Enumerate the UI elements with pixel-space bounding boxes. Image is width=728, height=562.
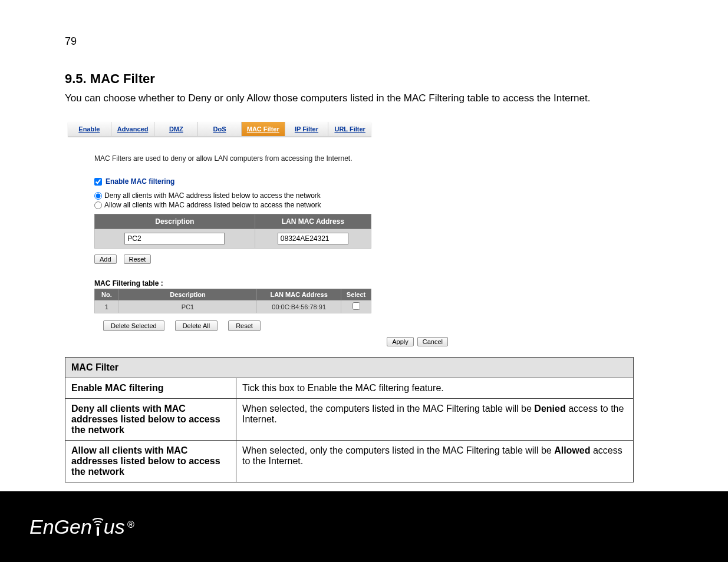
explain-r1-desc: Tick this box to Enable the MAC filterin… [236,378,634,399]
filter-cell-description: PC1 [118,300,257,313]
filter-header-select: Select [341,289,371,300]
cancel-button[interactable]: Cancel [417,337,448,346]
tab-mac-filter[interactable]: MAC Filter [242,122,285,136]
tab-bar: Enable Advanced DMZ DoS MAC Filter IP Fi… [68,122,371,137]
mac-filtering-table: No. Description LAN MAC Address Select 1… [94,289,371,313]
ui-description: MAC Filters are used to deny or allow LA… [94,154,421,163]
explanation-table: MAC Filter Enable MAC filtering Tick thi… [65,357,634,482]
tab-advanced[interactable]: Advanced [111,122,155,136]
filter-cell-mac: 00:0C:B4:56:78:91 [257,300,341,313]
delete-selected-button[interactable]: Delete Selected [103,320,164,331]
explain-r2-desc: When selected, the computers listed in t… [236,399,634,441]
registered-mark: ® [127,520,134,530]
input-header-mac: LAN MAC Address [255,214,371,229]
filter-header-mac: LAN MAC Address [257,289,341,300]
filter-cell-no: 1 [95,300,119,313]
reset-table-button[interactable]: Reset [228,320,261,331]
allow-radio[interactable] [94,201,102,209]
enable-mac-filtering-checkbox[interactable] [94,178,102,186]
explain-title: MAC Filter [65,358,634,378]
logo-text-b: us [104,515,125,538]
description-input[interactable] [124,233,225,244]
tab-dmz[interactable]: DMZ [154,122,198,136]
filter-header-no: No. [95,289,119,300]
filter-row-select-checkbox[interactable] [353,302,360,310]
tab-dos[interactable]: DoS [198,122,242,136]
input-header-description: Description [95,214,255,229]
intro-text: You can choose whether to Deny or only A… [65,92,663,104]
wifi-icon [91,518,105,536]
reset-button[interactable]: Reset [124,254,151,264]
filter-table-title: MAC Filtering table : [94,279,421,287]
allow-radio-label: Allow all clients with MAC address liste… [104,201,321,209]
page-number: 79 [65,35,663,48]
enable-mac-filtering-label: Enable MAC filtering [106,177,174,186]
tab-ip-filter[interactable]: IP Filter [285,122,329,136]
explain-r3-desc: When selected, only the computers listed… [236,441,634,482]
explain-r2-label: Deny all clients with MAC addresses list… [65,399,236,441]
filter-header-description: Description [118,289,257,300]
logo-text-a: EnGen [29,515,92,538]
router-ui-screenshot: Enable Advanced DMZ DoS MAC Filter IP Fi… [65,122,448,346]
explain-r1-label: Enable MAC filtering [65,378,236,399]
section-title: 9.5. MAC Filter [65,71,663,87]
table-row: 1 PC1 00:0C:B4:56:78:91 [95,300,371,313]
tab-url-filter[interactable]: URL Filter [328,122,371,136]
mac-address-input[interactable] [278,233,348,244]
apply-button[interactable]: Apply [387,337,414,346]
mac-input-table: Description LAN MAC Address [94,214,371,249]
engenius-logo: EnGen us ® [29,515,134,538]
add-button[interactable]: Add [94,254,117,264]
delete-all-button[interactable]: Delete All [175,320,218,331]
deny-radio[interactable] [94,192,102,200]
tab-enable[interactable]: Enable [68,122,111,136]
footer: EnGen us ® [0,491,728,562]
explain-r3-label: Allow all clients with MAC addresses lis… [65,441,236,482]
deny-radio-label: Deny all clients with MAC address listed… [104,191,321,200]
